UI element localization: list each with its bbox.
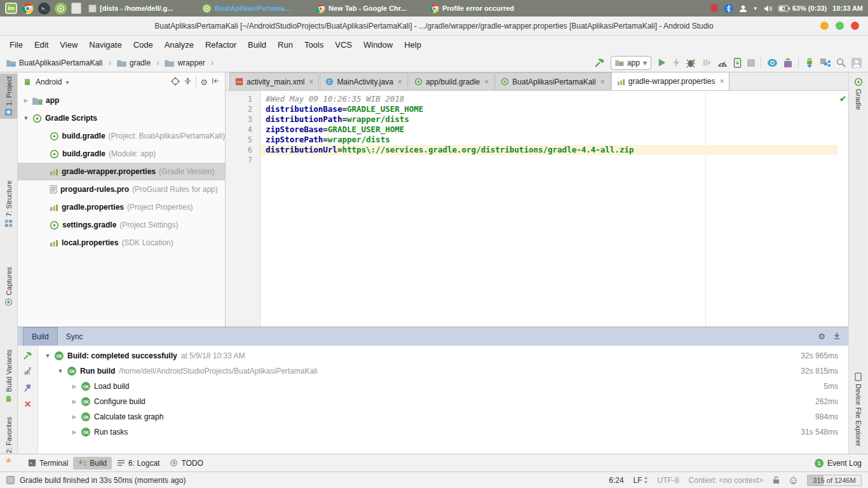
menu-tools[interactable]: Tools (299, 37, 329, 52)
menu-analyze[interactable]: Analyze (159, 37, 200, 52)
build-row-run-build[interactable]: ▼ OK Run build /home/dell/AndroidStudioP… (38, 363, 848, 379)
inspection-ok-icon[interactable]: ✔ (839, 94, 846, 104)
chrome-launcher-icon[interactable] (22, 3, 34, 15)
editor-tab-activity-main[interactable]: <> activity_main.xml × (229, 72, 319, 90)
session-menu-icon[interactable]: ▼ (753, 6, 758, 11)
build-row-configure-build[interactable]: ▶ OK Configure build 262ms (38, 394, 848, 409)
menu-refactor[interactable]: Refactor (200, 37, 242, 52)
tree-item-settings-gradle[interactable]: settings.gradle (Project Settings) (18, 216, 225, 234)
tree-item-gradle-scripts[interactable]: ▼ Gradle Scripts (18, 109, 225, 127)
volume-icon[interactable] (764, 4, 773, 13)
toolwindow-tab-favorites[interactable]: 2: Favorites ★ (0, 414, 17, 468)
menu-vcs[interactable]: VCS (329, 37, 358, 52)
collapse-arrow-icon[interactable]: ▶ (71, 414, 78, 420)
lock-icon[interactable] (773, 476, 780, 484)
menu-file[interactable]: File (4, 37, 29, 52)
close-panel-icon[interactable]: ✕ (24, 399, 32, 409)
breadcrumb-item[interactable]: wrapper (177, 58, 205, 67)
file-encoding[interactable]: UTF-8 (658, 476, 679, 485)
tree-item-build-gradle-module[interactable]: build.gradle (Module: app) (18, 145, 225, 163)
toolwindow-tab-project[interactable]: 1: Project (0, 74, 17, 119)
close-icon[interactable]: × (398, 78, 402, 86)
editor-tab-project-build-gradle[interactable]: BuatAplikasiPertamaKali × (495, 72, 610, 90)
menu-build[interactable]: Build (242, 37, 272, 52)
menu-run[interactable]: Run (272, 37, 299, 52)
toolwindow-tab-captures[interactable]: Captures (0, 264, 17, 309)
editor-tab-mainactivity[interactable]: C MainActivity.java × (320, 72, 408, 90)
battery-indicator[interactable]: 63% (0:33) (778, 4, 827, 12)
minimize-panel-icon[interactable] (833, 332, 841, 341)
gear-icon[interactable]: ⚙ (200, 78, 208, 87)
editor-tab-gradle-wrapper-properties[interactable]: gradle-wrapper.properties × (611, 72, 730, 90)
toolwindow-tab-gradle[interactable]: Gradle (849, 75, 867, 112)
expand-arrow-icon[interactable]: ▼ (23, 115, 29, 121)
menu-edit[interactable]: Edit (29, 37, 54, 52)
toolwindow-tab-build-variants[interactable]: Build Variants (0, 347, 17, 405)
android-studio-launcher-icon[interactable] (55, 3, 67, 15)
expand-arrow-icon[interactable]: ▼ (57, 368, 64, 374)
gradle-sync-button[interactable] (804, 58, 815, 68)
highlighting-level-icon[interactable] (789, 476, 797, 484)
maximize-button[interactable] (836, 22, 844, 30)
build-row-root[interactable]: ▼ OK Build: completed successfully at 5/… (38, 348, 848, 363)
terminal-launcher-icon[interactable]: >_ (38, 3, 50, 15)
apply-changes-button[interactable] (672, 58, 681, 67)
build-row-run-tasks[interactable]: ▶ OK Run tasks 31s 548ms (38, 424, 848, 440)
build-row-calculate-task-graph[interactable]: ▶ OK Calculate task graph 984ms (38, 409, 848, 424)
line-separator-indicator[interactable]: LF (634, 476, 642, 485)
tree-item-proguard-rules[interactable]: proguard-rules.pro (ProGuard Rules for a… (18, 180, 225, 198)
avatar-icon[interactable] (851, 58, 862, 68)
toolwindow-tab-structure[interactable]: 7: Structure (0, 178, 17, 230)
make-project-button[interactable] (594, 57, 605, 68)
close-button[interactable] (851, 22, 859, 30)
collapse-arrow-icon[interactable]: ▶ (71, 398, 78, 405)
stop-button[interactable] (747, 59, 755, 67)
toolwindow-switcher-icon[interactable] (6, 476, 15, 484)
taskbar-window-chrome-newtab[interactable]: New Tab - Google Chr... (313, 2, 423, 15)
run-with-coverage-button[interactable] (702, 58, 712, 67)
collapse-all-button[interactable] (184, 77, 192, 87)
event-log-button[interactable]: 1 Event Log (815, 459, 862, 468)
taskbar-window-android-studio[interactable]: BuatAplikasiPertama... (200, 2, 309, 15)
close-icon[interactable]: × (719, 77, 724, 86)
toolwindow-button-logcat[interactable]: 6: Logcat (112, 457, 165, 470)
toolwindow-button-terminal[interactable]: >_ Terminal (23, 457, 73, 470)
filter-icon[interactable]: ab (23, 367, 32, 376)
tree-item-build-gradle-project[interactable]: build.gradle (Project: BuatAplikasiPerta… (18, 127, 225, 145)
editor-tab-app-build-gradle[interactable]: app/build.gradle × (409, 72, 494, 90)
collapse-arrow-icon[interactable]: ▶ (23, 97, 29, 104)
menu-window[interactable]: Window (358, 37, 398, 52)
close-icon[interactable]: × (484, 78, 489, 86)
bluetooth-icon[interactable] (724, 4, 733, 13)
taskbar-window-chrome-profile-error[interactable]: Profile error occurred (427, 2, 536, 15)
code-area[interactable]: #Wed May 09 10:26:35 WIB 2018 distributi… (261, 91, 837, 327)
project-structure-button[interactable] (820, 58, 831, 67)
minimize-button[interactable] (820, 22, 829, 30)
project-view-selector[interactable]: Android (36, 78, 62, 86)
build-row-load-build[interactable]: ▶ OK Load build 5ms (38, 379, 848, 394)
tree-item-app[interactable]: ▶ app (18, 92, 225, 109)
caret-position[interactable]: 6:24 (609, 476, 623, 485)
toolwindow-tab-device-file-explorer[interactable]: Device File Explorer (849, 370, 867, 449)
profiler-button[interactable] (717, 58, 728, 67)
memory-indicator[interactable]: 315 of 1246M (807, 475, 862, 486)
tree-item-gradle-properties[interactable]: gradle.properties (Project Properties) (18, 198, 225, 216)
close-icon[interactable]: × (600, 78, 605, 86)
collapse-arrow-icon[interactable]: ▶ (71, 429, 78, 435)
run-button[interactable] (657, 58, 667, 67)
menu-view[interactable]: View (54, 37, 83, 52)
files-launcher-icon[interactable] (71, 3, 81, 14)
breadcrumb-item[interactable]: BuatAplikasiPertamaKali (19, 58, 102, 67)
pin-icon[interactable] (24, 383, 32, 392)
gear-icon[interactable]: ⚙ (818, 332, 825, 341)
taskbar-window-file-manager[interactable]: [dists - /home/dell/.g... (86, 2, 195, 15)
tree-item-gradle-wrapper-properties[interactable]: gradle-wrapper.properties (Gradle Versio… (18, 163, 225, 180)
rerun-build-icon[interactable] (23, 351, 32, 360)
menu-navigate[interactable]: Navigate (83, 37, 127, 52)
avd-manager-button[interactable] (767, 58, 778, 67)
menu-code[interactable]: Code (128, 37, 159, 52)
expand-arrow-icon[interactable]: ▼ (44, 353, 51, 359)
sdk-manager-button[interactable] (783, 58, 792, 68)
run-configuration-selector[interactable]: app ▾ (611, 56, 651, 70)
editor-scrollbar[interactable]: ✔ (837, 91, 848, 327)
